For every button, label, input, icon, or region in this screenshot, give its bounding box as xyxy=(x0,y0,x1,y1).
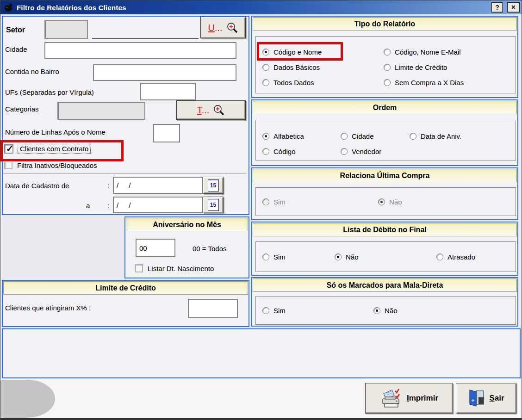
zoom-icon xyxy=(213,104,225,116)
radio-icon xyxy=(341,133,348,140)
colon: : xyxy=(107,182,109,190)
data-cadastro-a-label: a xyxy=(86,202,90,210)
checkbox-checked-icon xyxy=(4,144,13,154)
date-to-calendar-button[interactable]: 15 xyxy=(203,197,224,213)
radio-debito-sim[interactable]: Sim xyxy=(262,252,286,262)
filtra-inativos-checkbox[interactable]: Filtra Inativos/Bloqueados xyxy=(4,161,97,169)
setor-lookup-label: U... xyxy=(208,23,222,32)
radio-sem-compra[interactable]: Sem Compra a X Dias xyxy=(384,77,464,87)
title-bar: Filtro de Relatórios dos Clientes xyxy=(0,0,522,14)
ordem-header: Ordem xyxy=(253,101,517,114)
date-to-input[interactable]: / / xyxy=(113,197,203,213)
empty-panel xyxy=(2,328,521,378)
categorias-label: Categorias xyxy=(5,105,39,113)
linhas-input[interactable] xyxy=(153,124,180,142)
setor-lookup-button[interactable]: U... xyxy=(200,17,246,38)
radio-icon xyxy=(384,49,391,56)
radio-icon xyxy=(384,79,391,86)
window-title: Filtro de Relatórios dos Clientes xyxy=(17,4,126,12)
calendar-icon: 15 xyxy=(208,199,219,211)
zoom-icon xyxy=(226,22,238,34)
categorias-lookup-label: T... xyxy=(197,105,210,115)
mala-direta-header: Só os Marcados para Mala-Direta xyxy=(253,278,517,292)
radio-icon xyxy=(262,148,269,155)
radio-icon xyxy=(262,307,269,314)
ufs-label: UFs (Separadas por Vírgula) xyxy=(5,88,94,96)
cidade-label: Cidade xyxy=(5,45,27,53)
radio-debito-nao[interactable]: Não xyxy=(335,252,359,262)
linhas-label: Número de Linhas Após o Nome xyxy=(5,128,106,136)
radio-debito-atrasado[interactable]: Atrasado xyxy=(436,252,475,262)
radio-relaciona-sim: Sim xyxy=(262,197,286,207)
date-from-input[interactable]: / / xyxy=(113,177,203,194)
categorias-lookup-button[interactable]: T... xyxy=(176,100,246,120)
radio-todos-dados[interactable]: Todos Dados xyxy=(262,77,314,87)
limite-credito-label: Clientes que atingiram X% : xyxy=(5,304,91,312)
cidade-input[interactable] xyxy=(44,42,236,59)
radio-icon xyxy=(262,79,269,86)
help-icon[interactable]: ? xyxy=(491,2,503,12)
setor-value-box xyxy=(44,20,88,39)
radio-icon xyxy=(262,253,269,260)
checkbox-unchecked-icon xyxy=(135,264,143,272)
radio-codigo-e-nome[interactable]: Código e Nome xyxy=(262,47,322,57)
tipo-relatorio-header: Tipo do Relatório xyxy=(253,17,517,31)
calendar-icon: 15 xyxy=(208,179,219,191)
date-from-calendar-button[interactable]: 15 xyxy=(203,177,224,194)
radio-alfabetica[interactable]: Alfabetica xyxy=(262,131,304,141)
window-icon xyxy=(4,2,14,12)
radio-codigo-nome-email[interactable]: Código, Nome E-Mail xyxy=(384,47,461,57)
imprimir-button[interactable]: Imprimir xyxy=(365,383,453,414)
bairro-label: Contida no Bairro xyxy=(5,68,59,75)
radio-icon xyxy=(262,64,269,71)
relaciona-header: Relaciona Última Compra xyxy=(253,169,517,182)
radio-codigo[interactable]: Código xyxy=(262,146,296,156)
bairro-input[interactable] xyxy=(93,64,236,81)
limite-credito-input[interactable] xyxy=(188,299,238,318)
radio-vendedor[interactable]: Vendedor xyxy=(341,146,381,156)
aniversario-month-input[interactable] xyxy=(136,239,175,257)
door-icon xyxy=(468,389,485,408)
clientes-com-contrato-label: Clientes com Contrato xyxy=(18,144,90,153)
close-icon[interactable]: × xyxy=(507,2,520,12)
checkbox-unchecked-icon xyxy=(4,161,12,169)
data-cadastro-de-label: Data de Cadastro de xyxy=(5,182,69,190)
imprimir-label: Imprimir xyxy=(407,394,438,403)
decorative-ellipse xyxy=(0,380,55,418)
dialog-window: Filtro de Relatórios dos Clientes ? × Se… xyxy=(0,0,522,420)
radio-dados-basicos[interactable]: Dados Básicos xyxy=(262,62,320,72)
radio-relaciona-nao: Não xyxy=(378,197,402,207)
categorias-value-box xyxy=(57,102,145,120)
sair-button[interactable]: Sair xyxy=(456,383,516,414)
printer-icon xyxy=(380,388,403,409)
radio-cidade[interactable]: Cidade xyxy=(341,131,374,141)
filtra-inativos-label: Filtra Inativos/Bloqueados xyxy=(17,161,97,169)
lista-debito-header: Lista de Débito no Final xyxy=(253,223,517,236)
radio-icon xyxy=(436,253,443,260)
radio-selected-icon xyxy=(262,133,269,140)
setor-underline xyxy=(92,38,199,39)
radio-data-de-aniv[interactable]: Data de Aniv. xyxy=(410,131,461,141)
radio-icon xyxy=(384,64,391,71)
aniversario-header: Aniversário no Mês xyxy=(126,218,248,231)
aniversario-hint: 00 = Todos xyxy=(193,245,227,253)
colon: : xyxy=(107,202,109,210)
radio-icon xyxy=(341,148,348,155)
clientes-com-contrato-checkbox[interactable]: Clientes com Contrato xyxy=(4,144,90,154)
radio-selected-icon xyxy=(373,307,380,314)
radio-disabled-icon xyxy=(262,198,269,205)
listar-nascimento-checkbox[interactable]: Listar Dt. Nascimento xyxy=(135,264,214,272)
lista-debito-group xyxy=(255,241,516,272)
limite-credito-header: Limite de Crédito xyxy=(3,281,248,295)
ufs-input[interactable] xyxy=(140,83,196,100)
setor-label: Setor xyxy=(6,26,25,34)
radio-mala-sim[interactable]: Sim xyxy=(262,305,286,315)
radio-selected-icon xyxy=(335,253,342,260)
radio-mala-nao[interactable]: Não xyxy=(373,305,398,315)
radio-limite-de-credito[interactable]: Limite de Crédito xyxy=(384,62,447,72)
listar-nascimento-label: Listar Dt. Nascimento xyxy=(148,264,214,272)
radio-disabled-selected-icon xyxy=(378,198,385,205)
separator-line xyxy=(3,173,247,174)
bottom-edge-bar xyxy=(0,418,522,420)
radio-selected-icon xyxy=(262,49,269,56)
